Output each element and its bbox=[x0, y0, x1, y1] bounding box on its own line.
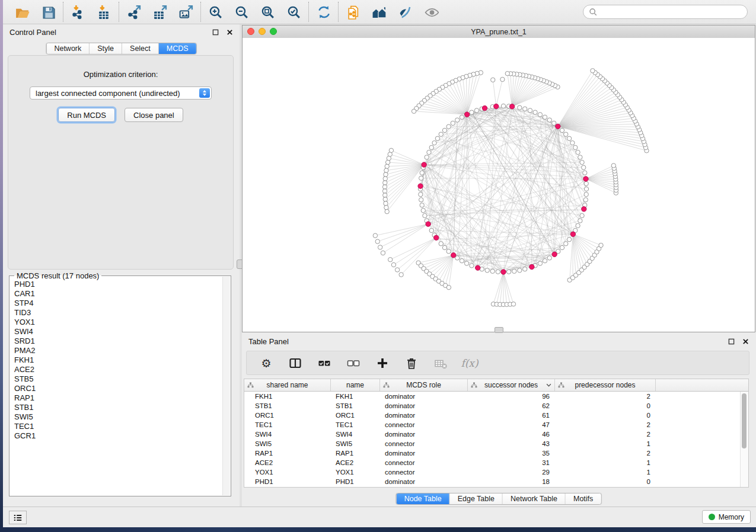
graph-hub-node[interactable] bbox=[464, 112, 469, 117]
result-list-item[interactable]: ORC1 bbox=[14, 384, 221, 393]
result-list-item[interactable]: TID3 bbox=[14, 308, 221, 318]
table-row[interactable]: STB1STB1dominator620 bbox=[244, 401, 748, 411]
graph-node[interactable] bbox=[464, 261, 468, 265]
graph-node[interactable] bbox=[385, 164, 389, 168]
graph-node[interactable] bbox=[538, 113, 542, 117]
graph-node[interactable] bbox=[378, 245, 382, 249]
graph-node[interactable] bbox=[580, 213, 584, 217]
graph-node[interactable] bbox=[547, 118, 551, 122]
table-row[interactable]: SWI4SWI4dominator462 bbox=[244, 430, 748, 439]
close-panel-button[interactable]: Close panel bbox=[125, 108, 183, 122]
graph-node[interactable] bbox=[474, 108, 479, 113]
graph-node[interactable] bbox=[511, 302, 515, 306]
import-network-button[interactable] bbox=[70, 4, 86, 20]
graph-node[interactable] bbox=[560, 128, 564, 132]
graph-node[interactable] bbox=[421, 209, 425, 213]
optimization-criterion-select[interactable]: largest connected component (undirected) bbox=[30, 86, 212, 100]
graph-node[interactable] bbox=[387, 156, 391, 161]
table-scrollbar[interactable] bbox=[740, 392, 748, 487]
column-header-shared-name[interactable]: shared name bbox=[244, 379, 331, 391]
graph-node[interactable] bbox=[391, 262, 395, 267]
result-list-item[interactable]: SRD1 bbox=[14, 336, 221, 346]
graph-hub-node[interactable] bbox=[582, 207, 586, 211]
graph-node[interactable] bbox=[485, 268, 489, 273]
graph-node[interactable] bbox=[538, 261, 542, 265]
graph-node[interactable] bbox=[432, 141, 436, 145]
graph-node[interactable] bbox=[419, 198, 423, 202]
graph-node[interactable] bbox=[583, 198, 588, 202]
graph-hub-node[interactable] bbox=[509, 104, 514, 109]
graph-node[interactable] bbox=[439, 132, 443, 136]
graph-node[interactable] bbox=[420, 203, 424, 207]
network-canvas[interactable] bbox=[243, 38, 755, 332]
graph-hub-node[interactable] bbox=[476, 265, 480, 270]
graph-node[interactable] bbox=[470, 110, 474, 114]
graph-node[interactable] bbox=[384, 206, 388, 210]
graph-node[interactable] bbox=[381, 251, 385, 255]
graph-node[interactable] bbox=[567, 238, 571, 242]
close-table-panel-icon[interactable] bbox=[742, 338, 749, 345]
graph-hub-node[interactable] bbox=[552, 252, 557, 257]
add-entry-button[interactable] bbox=[375, 356, 390, 370]
search-box[interactable] bbox=[583, 5, 748, 19]
show-hidden-button[interactable] bbox=[423, 4, 439, 20]
graph-node[interactable] bbox=[382, 189, 387, 193]
graph-node[interactable] bbox=[375, 239, 379, 243]
graph-node[interactable] bbox=[383, 197, 387, 201]
graph-node[interactable] bbox=[578, 219, 582, 223]
graph-hub-node[interactable] bbox=[422, 162, 426, 167]
column-header-MCDS-role[interactable]: MCDS role bbox=[380, 379, 468, 391]
graph-node[interactable] bbox=[564, 132, 568, 136]
graph-node[interactable] bbox=[523, 107, 527, 111]
graph-node[interactable] bbox=[442, 245, 446, 249]
result-list-item[interactable]: STB5 bbox=[14, 374, 221, 384]
mcds-result-scrollbar[interactable] bbox=[222, 277, 230, 495]
welcome-screen-button[interactable] bbox=[371, 4, 387, 20]
graph-node[interactable] bbox=[412, 109, 416, 113]
column-header-successor-nodes[interactable]: successor nodes bbox=[468, 379, 555, 391]
result-list-item[interactable]: PMA2 bbox=[14, 346, 221, 355]
new-network-from-selection-button[interactable] bbox=[345, 4, 361, 20]
graph-node[interactable] bbox=[429, 145, 433, 149]
graph-node[interactable] bbox=[460, 115, 464, 119]
graph-node[interactable] bbox=[420, 171, 424, 175]
table-row[interactable]: FKH1FKH1dominator962 bbox=[244, 392, 748, 401]
graph-hub-node[interactable] bbox=[451, 253, 456, 258]
graph-hub-node[interactable] bbox=[570, 232, 575, 236]
graph-node[interactable] bbox=[491, 78, 495, 82]
tab-style[interactable]: Style bbox=[90, 43, 122, 54]
graph-hub-node[interactable] bbox=[426, 222, 430, 226]
graph-hub-node[interactable] bbox=[501, 270, 506, 274]
search-input[interactable] bbox=[601, 7, 742, 17]
table-scrollbar-thumb[interactable] bbox=[742, 393, 747, 448]
graph-node[interactable] bbox=[599, 243, 603, 247]
graph-node[interactable] bbox=[442, 128, 446, 132]
result-list-item[interactable]: SWI4 bbox=[14, 327, 221, 336]
graph-node[interactable] bbox=[388, 258, 392, 262]
graph-hub-node[interactable] bbox=[482, 105, 487, 110]
graph-node[interactable] bbox=[446, 249, 451, 254]
column-settings-button[interactable]: ⚙ bbox=[259, 356, 273, 370]
tab-motifs[interactable]: Motifs bbox=[566, 493, 601, 504]
graph-node[interactable] bbox=[384, 201, 388, 206]
graph-node[interactable] bbox=[543, 259, 547, 263]
network-frame-titlebar[interactable]: YPA_prune.txt_1 bbox=[243, 25, 755, 39]
graph-node[interactable] bbox=[373, 233, 377, 238]
open-session-button[interactable] bbox=[14, 4, 30, 20]
graph-node[interactable] bbox=[382, 185, 387, 189]
graph-node[interactable] bbox=[425, 155, 429, 159]
graph-node[interactable] bbox=[385, 160, 390, 164]
zoom-out-button[interactable] bbox=[234, 4, 250, 20]
graph-node[interactable] bbox=[573, 145, 578, 149]
graph-hub-node[interactable] bbox=[556, 124, 560, 129]
result-list-item[interactable]: STB1 bbox=[14, 403, 221, 412]
table-row[interactable]: RAP1RAP1dominator352 bbox=[244, 448, 748, 458]
graph-node[interactable] bbox=[451, 121, 455, 125]
graph-node[interactable] bbox=[518, 268, 522, 273]
graph-node[interactable] bbox=[576, 223, 580, 227]
graph-node[interactable] bbox=[505, 71, 509, 75]
graph-node[interactable] bbox=[567, 136, 571, 140]
graph-hub-node[interactable] bbox=[494, 104, 499, 108]
graph-node[interactable] bbox=[388, 152, 392, 156]
graph-node[interactable] bbox=[460, 259, 464, 263]
